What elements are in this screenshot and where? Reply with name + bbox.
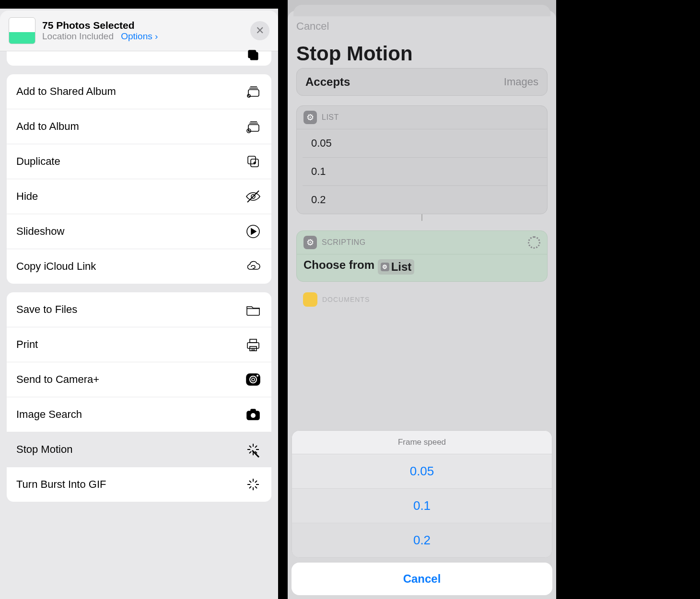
list-item[interactable]: 0.1 <box>303 158 547 186</box>
action-sheet-option[interactable]: 0.1 <box>292 489 552 523</box>
list-block-header[interactable]: ⚙ LIST <box>297 106 547 129</box>
svg-rect-12 <box>250 339 257 343</box>
action-sheet-title: Frame speed <box>292 431 552 454</box>
action-label: Copy iCloud Link <box>16 260 96 273</box>
add-album-icon <box>245 118 262 135</box>
action-sheet-cancel[interactable]: Cancel <box>292 563 552 595</box>
action-label: Stop Motion <box>16 443 72 456</box>
play-icon <box>245 223 262 240</box>
share-action-hide[interactable]: Hide <box>7 179 271 214</box>
share-action-save-files[interactable]: Save to Files <box>7 292 271 327</box>
selection-subtitle: Location Included Options › <box>42 31 250 42</box>
camera-plus-icon <box>245 371 262 388</box>
options-link[interactable]: Options › <box>121 31 158 41</box>
shared-album-icon <box>245 83 262 100</box>
close-button[interactable]: ✕ <box>250 21 269 40</box>
shortcut-detail-panel: Cancel Stop Motion Accepts Images ⚙ LIST… <box>288 0 556 599</box>
accepts-value: Images <box>504 76 538 88</box>
selection-thumbnail <box>9 17 35 44</box>
icloud-link-icon <box>245 258 262 275</box>
cancel-link[interactable]: Cancel <box>296 20 548 33</box>
share-action-duplicate[interactable]: Duplicate <box>7 144 271 179</box>
sparkle-wand-icon <box>245 441 262 458</box>
copy-icon <box>245 47 262 66</box>
list-block: ⚙ LIST 0.05 0.1 0.2 <box>296 105 548 214</box>
sparkle-icon <box>245 476 262 493</box>
list-item[interactable]: 0.05 <box>303 129 547 158</box>
svg-rect-1 <box>248 50 256 58</box>
documents-app-icon <box>303 292 317 307</box>
svg-point-19 <box>251 413 256 418</box>
action-label: Duplicate <box>16 155 60 168</box>
action-sheet-option[interactable]: 0.05 <box>292 454 552 489</box>
share-action-burst-gif[interactable]: Turn Burst Into GIF <box>7 467 271 502</box>
close-icon: ✕ <box>256 24 264 37</box>
folder-icon <box>245 301 262 318</box>
accepts-label: Accepts <box>305 75 350 89</box>
action-label: Hide <box>16 190 38 203</box>
gear-icon: ⚙ <box>303 111 317 124</box>
share-action-icloud-link[interactable]: Copy iCloud Link <box>7 249 271 284</box>
scripting-block: ⚙ SCRIPTING Choose from ⚙List <box>296 230 548 282</box>
action-label: Turn Burst Into GIF <box>16 478 106 491</box>
connector-line <box>421 214 422 221</box>
action-label: Send to Camera+ <box>16 373 99 386</box>
documents-block-peek: DOCUMENTS <box>296 290 548 307</box>
action-sheet-options: Frame speed 0.05 0.1 0.2 <box>292 430 552 558</box>
share-action-add-album[interactable]: Add to Album <box>7 109 271 144</box>
share-action-send-camera-plus[interactable]: Send to Camera+ <box>7 362 271 397</box>
action-label: Add to Album <box>16 120 79 133</box>
scripting-block-header[interactable]: ⚙ SCRIPTING <box>297 231 547 254</box>
action-label: Add to Shared Album <box>16 85 116 98</box>
variable-token[interactable]: ⚙List <box>378 259 415 275</box>
selection-title: 75 Photos Selected <box>42 20 250 31</box>
action-label: Save to Files <box>16 303 77 316</box>
action-label: Image Search <box>16 408 82 421</box>
block-header-label: DOCUMENTS <box>322 296 370 303</box>
share-action-image-search[interactable]: Image Search <box>7 397 271 432</box>
camera-icon <box>245 406 262 423</box>
block-header-label: SCRIPTING <box>322 238 366 247</box>
hide-icon <box>245 188 262 205</box>
shortcut-title: Stop Motion <box>296 42 548 65</box>
gear-icon: ⚙ <box>381 263 389 271</box>
share-action-slideshow[interactable]: Slideshow <box>7 214 271 249</box>
svg-rect-20 <box>251 409 256 412</box>
action-label: Print <box>16 338 38 351</box>
duplicate-icon <box>245 153 262 170</box>
choose-from-action[interactable]: Choose from ⚙List <box>297 254 547 281</box>
list-item[interactable]: 0.2 <box>303 186 547 214</box>
action-label: Slideshow <box>16 225 64 238</box>
action-sheet: Frame speed 0.05 0.1 0.2 Cancel <box>292 430 552 595</box>
share-action-add-shared-album[interactable]: Add to Shared Album <box>7 74 271 109</box>
action-sheet-option[interactable]: 0.2 <box>292 523 552 557</box>
svg-point-17 <box>257 375 258 377</box>
block-header-label: LIST <box>322 113 339 122</box>
svg-rect-4 <box>248 125 259 131</box>
chevron-right-icon: › <box>155 31 158 41</box>
svg-rect-11 <box>247 343 259 348</box>
share-action-stop-motion[interactable]: Stop Motion <box>7 432 271 467</box>
share-group-2: Save to Files Print Send to Camera+ Imag… <box>7 292 271 502</box>
accepts-card[interactable]: Accepts Images <box>296 68 548 96</box>
share-sheet-panel: 75 Photos Selected Location Included Opt… <box>0 0 278 599</box>
gear-icon: ⚙ <box>303 236 317 249</box>
share-header: 75 Photos Selected Location Included Opt… <box>0 11 278 51</box>
share-action-row[interactable] <box>7 51 271 66</box>
share-group-1: Add to Shared Album Add to Album Duplica… <box>7 74 271 284</box>
share-action-print[interactable]: Print <box>7 327 271 362</box>
spinner-icon <box>528 236 540 249</box>
printer-icon <box>245 336 262 353</box>
